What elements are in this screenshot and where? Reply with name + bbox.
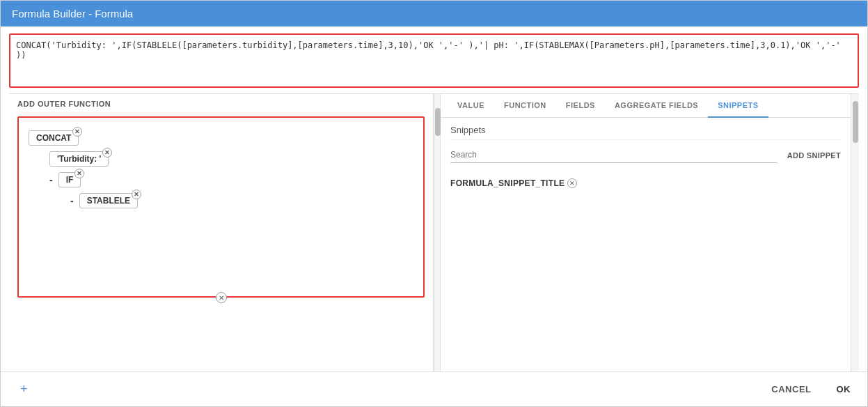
concat-pill[interactable]: CONCAT ✕ bbox=[29, 130, 79, 146]
snippet-search-input[interactable] bbox=[450, 147, 778, 163]
right-scrollbar[interactable] bbox=[851, 94, 859, 371]
formula-textarea[interactable]: CONCAT('Turbidity: ',IF(STABLELE([parame… bbox=[10, 35, 858, 84]
add-button[interactable]: + bbox=[12, 378, 36, 401]
dialog-title: Formula Builder - Formula bbox=[12, 8, 133, 20]
snippets-header: Snippets bbox=[450, 125, 841, 140]
tab-value[interactable]: VALUE bbox=[448, 94, 494, 118]
snippets-content: Snippets ADD SNIPPET FORMULA_SNIPPET_TIT… bbox=[441, 118, 851, 371]
scroll-track bbox=[851, 94, 859, 371]
outer-close-icon[interactable]: ✕ bbox=[216, 292, 227, 303]
stablele-node: - STABLELE ✕ bbox=[70, 193, 413, 208]
tab-snippets[interactable]: SNIPPETS bbox=[708, 94, 768, 118]
snippet-close-icon[interactable]: ✕ bbox=[567, 178, 577, 188]
turbidity-pill[interactable]: 'Turbidity: ' ✕ bbox=[49, 151, 109, 167]
tabs-row: VALUE FUNCTION FIELDS AGGREGATE FIELDS S… bbox=[441, 94, 851, 118]
scroll-thumb bbox=[853, 101, 858, 143]
snippet-label: FORMULA_SNIPPET_TITLE bbox=[450, 178, 565, 188]
tab-function[interactable]: FUNCTION bbox=[494, 94, 556, 118]
formula-textarea-container: CONCAT('Turbidity: ',IF(STABLELE([parame… bbox=[9, 33, 859, 88]
if-node: - IF ✕ bbox=[49, 172, 413, 187]
center-scrollbar-thumb bbox=[435, 108, 441, 136]
snippet-item: FORMULA_SNIPPET_TITLE ✕ bbox=[450, 173, 841, 194]
left-panel: ADD OUTER FUNCTION CONCAT ✕ bbox=[9, 94, 434, 371]
formula-builder-dialog: Formula Builder - Formula CONCAT('Turbid… bbox=[0, 0, 868, 407]
right-panel: VALUE FUNCTION FIELDS AGGREGATE FIELDS S… bbox=[441, 94, 851, 371]
add-outer-function-label: ADD OUTER FUNCTION bbox=[9, 94, 433, 112]
concat-close-icon[interactable]: ✕ bbox=[72, 127, 82, 137]
concat-node: CONCAT ✕ bbox=[29, 130, 413, 146]
tab-fields[interactable]: FIELDS bbox=[556, 94, 605, 118]
ok-button[interactable]: OK bbox=[831, 381, 857, 397]
tree-box: CONCAT ✕ 'Turbidity: ' ✕ bbox=[17, 116, 425, 298]
if-dash: - bbox=[49, 174, 53, 185]
turbidity-node: 'Turbidity: ' ✕ bbox=[49, 151, 413, 167]
tree-area: CONCAT ✕ 'Turbidity: ' ✕ bbox=[9, 112, 433, 371]
stablele-pill[interactable]: STABLELE ✕ bbox=[79, 193, 138, 208]
stablele-dash: - bbox=[70, 195, 74, 206]
add-snippet-button[interactable]: ADD SNIPPET bbox=[787, 151, 841, 160]
center-scrollbar[interactable] bbox=[434, 94, 441, 371]
search-row: ADD SNIPPET bbox=[450, 147, 841, 163]
turbidity-close-icon[interactable]: ✕ bbox=[102, 148, 112, 158]
tab-aggregate-fields[interactable]: AGGREGATE FIELDS bbox=[605, 94, 708, 118]
if-pill[interactable]: IF ✕ bbox=[58, 172, 81, 187]
dialog-header: Formula Builder - Formula bbox=[1, 1, 867, 26]
dialog-footer: + CANCEL OK bbox=[1, 371, 867, 406]
if-close-icon[interactable]: ✕ bbox=[74, 169, 84, 178]
footer-right: CANCEL OK bbox=[766, 381, 856, 397]
cancel-button[interactable]: CANCEL bbox=[766, 381, 816, 397]
footer-left: + bbox=[12, 378, 36, 401]
dialog-body: CONCAT('Turbidity: ',IF(STABLELE([parame… bbox=[1, 26, 867, 371]
main-content: ADD OUTER FUNCTION CONCAT ✕ bbox=[9, 93, 859, 371]
stablele-close-icon[interactable]: ✕ bbox=[132, 190, 141, 199]
